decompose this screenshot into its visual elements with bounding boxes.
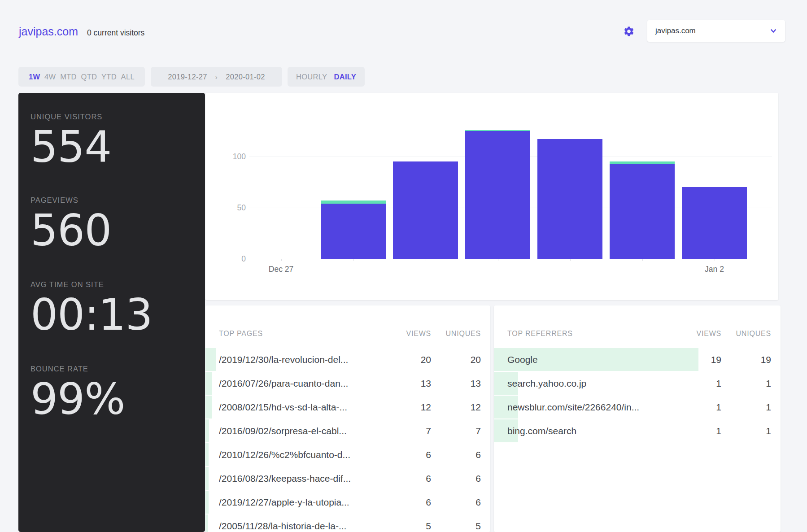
top-pages-rows: /2019/12/30/la-revolucion-del...2020/201… <box>205 348 490 532</box>
table-title: TOP PAGES <box>219 330 391 338</box>
page-link[interactable]: /2005/11/28/la-historia-de-la-... <box>219 521 391 532</box>
site-selector-dropdown[interactable]: javipas.com <box>647 20 785 42</box>
x-axis-tick <box>426 259 426 261</box>
referrer-row: bing.com/search11 <box>494 419 781 443</box>
bar-slot-dec-30 <box>462 93 534 259</box>
uniques-value: 1 <box>721 426 771 436</box>
site-selector-value: javipas.com <box>655 26 770 35</box>
range-tab-all[interactable]: ALL <box>121 73 135 81</box>
chevron-down-icon <box>770 27 777 35</box>
granularity-tab-hourly[interactable]: HOURLY <box>296 73 327 81</box>
referrer-link[interactable]: search.yahoo.co.jp <box>507 378 681 389</box>
x-axis-tick <box>715 259 715 261</box>
stat-value: 00:13 <box>31 292 201 338</box>
row-value-bar <box>205 467 209 490</box>
current-visitors-count: 0 current visitors <box>87 28 144 38</box>
page-link[interactable]: /2019/12/30/la-revolucion-del... <box>219 354 391 365</box>
stat-label: UNIQUE VISITORS <box>31 113 201 121</box>
page-link[interactable]: /2016/09/02/sorpresa-el-cabl... <box>219 426 391 436</box>
uniques-value: 19 <box>721 354 771 365</box>
referrer-link[interactable]: Google <box>507 354 681 365</box>
page-link[interactable]: /2016/08/23/keepass-hace-dif... <box>219 473 391 484</box>
stat-value: 99% <box>31 377 201 422</box>
settings-button[interactable] <box>623 26 635 37</box>
bar-segment-uniques <box>537 139 602 259</box>
bar-dec-28[interactable] <box>321 201 386 259</box>
x-axis-tick <box>498 259 498 261</box>
top-referrers-header: TOP REFERRERS VIEWS UNIQUES <box>494 330 781 338</box>
views-value: 6 <box>391 449 431 460</box>
uniques-value: 6 <box>431 449 481 460</box>
stat-pageviews: PAGEVIEWS 560 <box>31 196 201 253</box>
granularity-tab-daily[interactable]: DAILY <box>334 73 356 81</box>
range-tab-ytd[interactable]: YTD <box>101 73 117 81</box>
row-value-bar <box>205 515 208 532</box>
x-axis-tick <box>642 259 643 261</box>
page-link[interactable]: /2019/12/27/apple-y-la-utopia... <box>219 497 391 508</box>
bar-dec-29[interactable] <box>393 161 458 259</box>
stat-label: PAGEVIEWS <box>31 196 201 205</box>
views-value: 1 <box>681 402 721 413</box>
page-link[interactable]: /2016/07/26/para-cuanto-dan... <box>219 378 391 389</box>
stats-sidebar: UNIQUE VISITORS 554 PAGEVIEWS 560 AVG TI… <box>18 93 205 532</box>
views-value: 12 <box>391 402 431 413</box>
gridline-0 <box>249 259 772 259</box>
analytics-dashboard: javipas.com 0 current visitors javipas.c… <box>0 0 807 532</box>
bar-segment-uniques <box>610 164 675 259</box>
top-referrers-card: TOP REFERRERS VIEWS UNIQUES Google1919se… <box>494 305 781 532</box>
date-range-picker[interactable]: 2019-12-27 › 2020-01-02 <box>151 67 282 87</box>
bar-segment-uniques <box>321 204 386 259</box>
site-link[interactable]: javipas.com <box>19 25 78 38</box>
y-axis-label-50: 50 <box>214 203 246 213</box>
page-link[interactable]: /2010/12/26/%c2%bfcuanto-d... <box>219 449 391 460</box>
uniques-value: 13 <box>431 378 481 389</box>
range-tab-qtd[interactable]: QTD <box>81 73 97 81</box>
views-value: 13 <box>391 378 431 389</box>
granularity-toggle: HOURLYDAILY <box>288 67 365 87</box>
x-axis-label-dec-27: Dec 27 <box>254 265 308 274</box>
stat-unique-visitors: UNIQUE VISITORS 554 <box>31 113 201 170</box>
bar-dec-30[interactable] <box>465 130 530 259</box>
views-value: 6 <box>391 497 431 508</box>
referrer-row: newsblur.com/site/2266240/in...11 <box>494 395 781 419</box>
uniques-value: 6 <box>431 473 481 484</box>
x-axis-label-jan-2: Jan 2 <box>688 265 742 274</box>
table-title: TOP REFERRERS <box>507 330 681 338</box>
bar-dec-31[interactable] <box>537 139 602 259</box>
page-row: /2019/12/30/la-revolucion-del...2020 <box>205 348 490 371</box>
referrer-link[interactable]: newsblur.com/site/2266240/in... <box>507 402 681 413</box>
chevron-right-icon: › <box>215 73 218 81</box>
page-row: /2016/09/02/sorpresa-el-cabl...77 <box>205 419 490 443</box>
bar-slot-jan-1 <box>606 93 678 259</box>
stat-label: AVG TIME ON SITE <box>31 280 201 289</box>
page-row: /2005/11/28/la-historia-de-la-...55 <box>205 514 490 532</box>
bar-segment-pageviews <box>321 201 386 204</box>
row-value-bar <box>205 372 212 395</box>
range-tab-mtd[interactable]: MTD <box>60 73 77 81</box>
row-value-bar <box>205 443 209 466</box>
row-value-bar <box>205 396 212 419</box>
top-referrers-rows: Google1919search.yahoo.co.jp11newsblur.c… <box>494 348 781 443</box>
range-tab-1w[interactable]: 1W <box>29 73 40 81</box>
bar-slot-dec-31 <box>534 93 606 259</box>
bar-slot-dec-29 <box>389 93 462 259</box>
range-tab-4w[interactable]: 4W <box>44 73 56 81</box>
row-value-bar <box>205 419 209 442</box>
gear-icon <box>623 26 635 37</box>
page-link[interactable]: /2008/02/15/hd-vs-sd-la-alta-... <box>219 402 391 413</box>
visitors-bar-chart: 050100Dec 27Jan 2 <box>205 93 778 300</box>
bar-jan-1[interactable] <box>610 161 675 259</box>
referrer-row: Google1919 <box>494 348 781 371</box>
range-tabs: 1W4WMTDQTDYTDALL <box>18 67 145 87</box>
date-from: 2019-12-27 <box>168 73 207 81</box>
referrer-link[interactable]: bing.com/search <box>507 426 681 436</box>
views-value: 1 <box>681 378 721 389</box>
page-row: /2016/08/23/keepass-hace-dif...66 <box>205 467 490 490</box>
views-value: 7 <box>391 426 431 436</box>
uniques-value: 20 <box>431 354 481 365</box>
uniques-value: 5 <box>431 521 481 532</box>
views-value: 19 <box>681 354 721 365</box>
page-row: /2019/12/27/apple-y-la-utopia...66 <box>205 490 490 514</box>
bar-jan-2[interactable] <box>682 187 747 259</box>
x-axis-tick <box>281 259 282 261</box>
